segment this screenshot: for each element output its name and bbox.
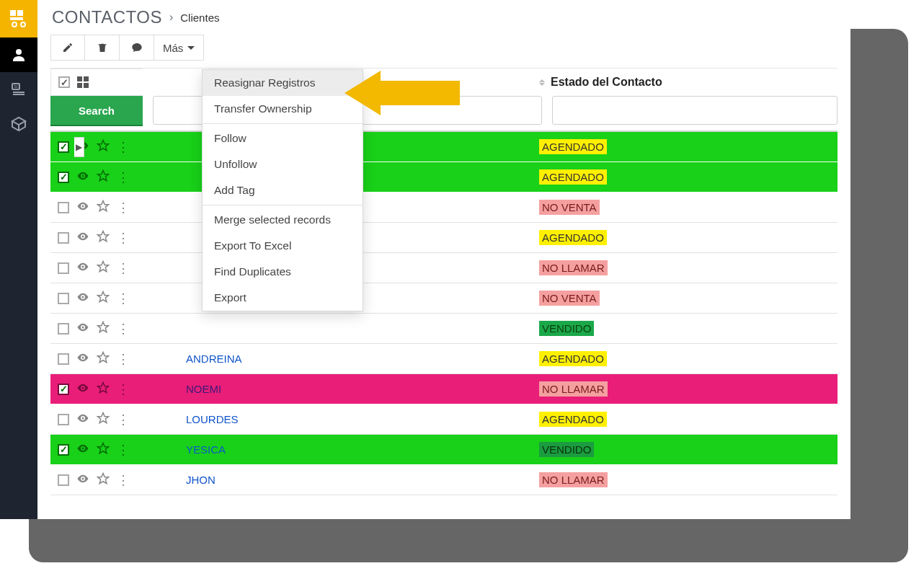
status-badge: VENDIDO xyxy=(539,321,594,336)
row-menu-icon[interactable]: ⋮ xyxy=(117,231,130,244)
eye-icon[interactable] xyxy=(76,412,89,427)
menu-item[interactable]: Reasignar Registros xyxy=(203,70,363,96)
star-icon[interactable] xyxy=(97,351,110,366)
menu-item[interactable]: Find Duplicates xyxy=(203,259,363,285)
eye-icon[interactable] xyxy=(76,169,89,185)
table-row[interactable]: ⋮JHONNO LLAMAR xyxy=(50,465,838,495)
svg-point-20 xyxy=(82,296,84,298)
sidebar-expand-toggle[interactable]: ▶ xyxy=(74,137,84,157)
row-checkbox[interactable] xyxy=(58,474,69,486)
star-icon[interactable] xyxy=(97,412,110,427)
star-icon[interactable] xyxy=(97,442,110,457)
row-menu-icon[interactable]: ⋮ xyxy=(117,443,130,456)
comment-button[interactable] xyxy=(120,35,154,61)
delete-button[interactable] xyxy=(85,35,120,61)
select-all-checkbox[interactable] xyxy=(58,76,70,88)
grid-view-icon[interactable] xyxy=(77,76,89,88)
row-status: AGENDADO xyxy=(532,169,838,185)
table-row[interactable]: ⋮YESICAVENDIDO xyxy=(50,435,838,465)
eye-icon[interactable] xyxy=(76,321,89,336)
table-row[interactable]: ⋮AGENDADO xyxy=(50,162,838,192)
row-checkbox[interactable] xyxy=(58,444,69,456)
star-icon[interactable] xyxy=(97,291,110,306)
eye-icon[interactable] xyxy=(76,442,89,457)
row-menu-icon[interactable]: ⋮ xyxy=(117,292,130,305)
table-row[interactable]: ⋮ANDREINAAGENDADO xyxy=(50,344,838,374)
row-menu-icon[interactable]: ⋮ xyxy=(117,474,130,487)
column-header-status[interactable]: Estado del Contacto xyxy=(532,68,838,96)
menu-item[interactable]: Unfollow xyxy=(203,151,363,177)
row-checkbox[interactable] xyxy=(58,384,69,395)
menu-item[interactable]: Transfer Ownership xyxy=(203,96,363,122)
filter-input-status[interactable] xyxy=(552,96,838,125)
star-icon[interactable] xyxy=(97,200,110,215)
eye-icon[interactable] xyxy=(76,200,89,215)
nav-box[interactable] xyxy=(0,107,37,141)
table-row[interactable]: ⋮LOURDESAGENDADO xyxy=(50,404,838,435)
row-menu-icon[interactable]: ⋮ xyxy=(117,141,130,154)
row-name[interactable]: ANDREINA xyxy=(143,353,532,365)
menu-item[interactable]: Export xyxy=(203,285,363,311)
row-name[interactable]: YESICA xyxy=(143,443,532,456)
menu-item[interactable]: Add Tag xyxy=(203,177,363,203)
row-menu-icon[interactable]: ⋮ xyxy=(117,413,130,426)
more-menu-button[interactable]: Más xyxy=(154,35,204,61)
row-checkbox[interactable] xyxy=(58,202,69,213)
row-checkbox[interactable] xyxy=(58,232,69,244)
eye-icon[interactable] xyxy=(76,351,89,366)
nav-contacts[interactable] xyxy=(0,37,37,72)
row-checkbox[interactable] xyxy=(58,172,69,183)
menu-item[interactable]: Merge selected records xyxy=(203,207,363,233)
row-checkbox[interactable] xyxy=(58,141,69,153)
svg-point-18 xyxy=(82,266,84,268)
row-menu-icon[interactable]: ⋮ xyxy=(117,171,130,184)
row-checkbox[interactable] xyxy=(58,293,69,304)
table-row[interactable]: ⋮NO VENTA xyxy=(50,283,838,314)
search-button[interactable]: Search xyxy=(50,96,143,125)
row-menu-icon[interactable]: ⋮ xyxy=(117,201,130,214)
svg-rect-1 xyxy=(17,10,23,16)
eye-icon[interactable] xyxy=(76,381,89,397)
app-logo[interactable] xyxy=(0,0,37,37)
star-icon[interactable] xyxy=(97,381,110,397)
star-icon[interactable] xyxy=(97,139,110,154)
status-badge: AGENDADO xyxy=(539,351,607,366)
menu-item[interactable]: Export To Excel xyxy=(203,233,363,259)
row-menu-icon[interactable]: ⋮ xyxy=(117,383,130,396)
table-row[interactable]: ⋮AGENDADO xyxy=(50,223,838,253)
row-status: NO LLAMAR xyxy=(532,260,838,275)
svg-marker-29 xyxy=(98,413,109,423)
row-menu-icon[interactable]: ⋮ xyxy=(117,262,130,275)
row-name[interactable]: JHON xyxy=(143,474,532,486)
status-badge: AGENDADO xyxy=(539,169,607,185)
star-icon[interactable] xyxy=(97,230,110,245)
star-icon[interactable] xyxy=(97,169,110,185)
row-checkbox[interactable] xyxy=(58,353,69,365)
row-checkbox[interactable] xyxy=(58,323,69,335)
table-row[interactable]: ⋮AGENDADO xyxy=(50,132,838,162)
table-row[interactable]: ⋮VENDIDO xyxy=(50,314,838,344)
row-controls: ⋮ xyxy=(50,291,143,306)
menu-separator xyxy=(203,205,363,205)
row-checkbox[interactable] xyxy=(58,262,69,274)
row-menu-icon[interactable]: ⋮ xyxy=(117,322,130,335)
table-row[interactable]: ⋮NO VENTA xyxy=(50,192,838,223)
nav-so[interactable]: SO xyxy=(0,72,37,107)
star-icon[interactable] xyxy=(97,260,110,275)
eye-icon[interactable] xyxy=(76,291,89,306)
row-checkbox[interactable] xyxy=(58,414,69,425)
eye-icon[interactable] xyxy=(76,230,89,245)
star-icon[interactable] xyxy=(97,472,110,487)
table-row[interactable]: ⋮NOEMINO LLAMAR xyxy=(50,374,838,404)
star-icon[interactable] xyxy=(97,321,110,336)
eye-icon[interactable] xyxy=(76,260,89,275)
edit-button[interactable] xyxy=(50,35,85,61)
row-menu-icon[interactable]: ⋮ xyxy=(117,353,130,366)
breadcrumb-view[interactable]: Clientes xyxy=(180,12,219,24)
breadcrumb-module[interactable]: CONTACTOS xyxy=(52,7,162,27)
row-name[interactable]: NOEMI xyxy=(143,383,532,395)
row-name[interactable]: LOURDES xyxy=(143,413,532,425)
table-row[interactable]: ⋮NO LLAMAR xyxy=(50,253,838,283)
eye-icon[interactable] xyxy=(76,472,89,487)
menu-item[interactable]: Follow xyxy=(203,125,363,151)
